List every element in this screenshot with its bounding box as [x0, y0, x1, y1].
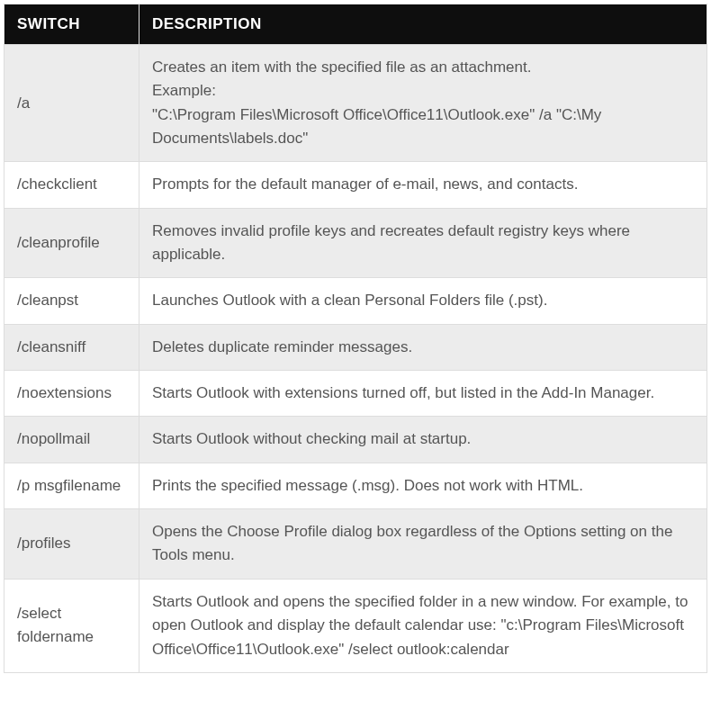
- cell-switch: /checkclient: [4, 162, 140, 208]
- cell-description: Starts Outlook without checking mail at …: [140, 417, 707, 463]
- header-switch-label: Switch: [17, 15, 80, 32]
- cell-switch: /cleansniff: [4, 324, 140, 370]
- cell-description: Prompts for the default manager of e-mai…: [140, 162, 707, 208]
- table-body: /aCreates an item with the specified fil…: [4, 45, 707, 673]
- table-row: /p msgfilenamePrints the specified messa…: [4, 463, 707, 508]
- header-description-label: Description: [152, 15, 262, 32]
- cell-description: Removes invalid profile keys and recreat…: [140, 208, 707, 278]
- table-row: /noextensionsStarts Outlook with extensi…: [4, 371, 707, 417]
- cell-description: Starts Outlook and opens the specified f…: [140, 579, 707, 672]
- cell-description: Deletes duplicate reminder messages.: [140, 324, 707, 370]
- cell-switch: /noextensions: [4, 371, 140, 417]
- cell-description: Creates an item with the specified file …: [140, 45, 707, 162]
- cell-description: Starts Outlook with extensions turned of…: [140, 371, 707, 417]
- table-row: /cleansniffDeletes duplicate reminder me…: [4, 324, 707, 370]
- cell-description: Prints the specified message (.msg). Doe…: [140, 463, 707, 508]
- table-row: /checkclientPrompts for the default mana…: [4, 162, 707, 208]
- header-switch: Switch: [4, 4, 140, 45]
- cell-switch: /cleanprofile: [4, 208, 140, 278]
- cell-switch: /a: [4, 45, 140, 162]
- switches-table: Switch Description /aCreates an item wit…: [4, 4, 707, 673]
- table-header-row: Switch Description: [4, 4, 707, 45]
- cell-switch: /profiles: [4, 509, 140, 580]
- table-row: /cleanprofileRemoves invalid profile key…: [4, 208, 707, 278]
- cell-switch: /nopollmail: [4, 417, 140, 463]
- cell-switch: /cleanpst: [4, 278, 140, 324]
- cell-description: Opens the Choose Profile dialog box rega…: [140, 509, 707, 580]
- header-description: Description: [140, 4, 707, 45]
- cell-description: Launches Outlook with a clean Personal F…: [140, 278, 707, 324]
- cell-switch: /select foldername: [4, 579, 140, 672]
- table-row: /select foldernameStarts Outlook and ope…: [4, 579, 707, 672]
- table-row: /profilesOpens the Choose Profile dialog…: [4, 509, 707, 580]
- table-row: /cleanpstLaunches Outlook with a clean P…: [4, 278, 707, 324]
- table-row: /nopollmailStarts Outlook without checki…: [4, 417, 707, 463]
- table-row: /aCreates an item with the specified fil…: [4, 45, 707, 162]
- cell-switch: /p msgfilename: [4, 463, 140, 508]
